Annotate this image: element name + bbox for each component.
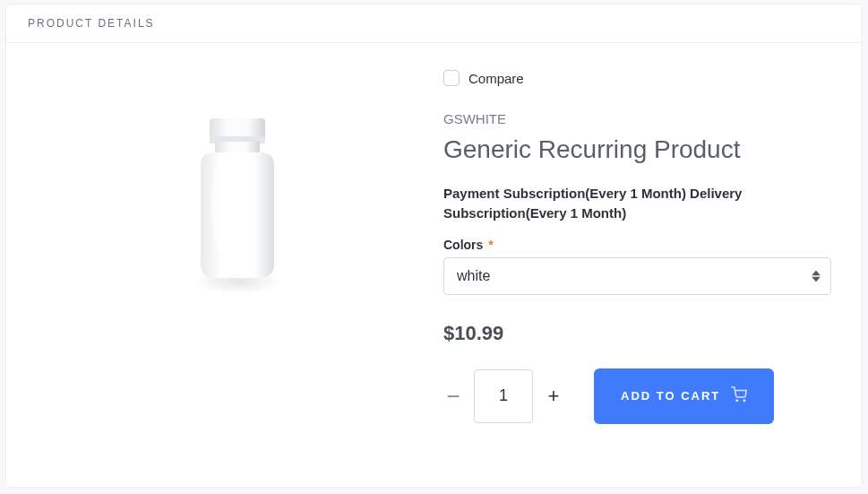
product-image (179, 115, 296, 312)
quantity-increase-button[interactable]: + (544, 386, 563, 406)
svg-point-6 (744, 400, 746, 402)
colors-field-label: Colors * (443, 238, 831, 252)
compare-row: Compare (443, 70, 831, 86)
add-to-cart-button[interactable]: ADD TO CART (594, 368, 774, 424)
product-title: Generic Recurring Product (443, 135, 831, 164)
product-sku: GSWHITE (443, 111, 831, 126)
compare-label: Compare (468, 71, 524, 86)
svg-point-4 (211, 154, 233, 255)
subscription-description: Payment Subscription(Every 1 Month) Deli… (443, 184, 831, 223)
svg-point-5 (736, 400, 738, 402)
colors-select[interactable] (443, 257, 831, 295)
product-info-column: Compare GSWHITE Generic Recurring Produc… (443, 70, 837, 424)
quantity-input[interactable] (474, 369, 533, 423)
card-body: Compare GSWHITE Generic Recurring Produc… (6, 43, 862, 442)
quantity-decrease-button[interactable]: − (443, 386, 463, 406)
colors-label-text: Colors (443, 238, 483, 252)
panel-title: PRODUCT DETAILS (6, 4, 862, 43)
add-to-cart-label: ADD TO CART (621, 389, 720, 403)
colors-select-wrap (443, 257, 831, 295)
cart-icon (731, 386, 747, 405)
action-row: − + ADD TO CART (443, 368, 831, 424)
product-price: $10.99 (443, 322, 831, 345)
product-details-card: PRODUCT DETAILS (5, 4, 863, 488)
required-indicator: * (488, 238, 493, 252)
compare-checkbox[interactable] (443, 70, 460, 86)
svg-rect-3 (215, 142, 260, 152)
product-image-column (31, 70, 443, 424)
